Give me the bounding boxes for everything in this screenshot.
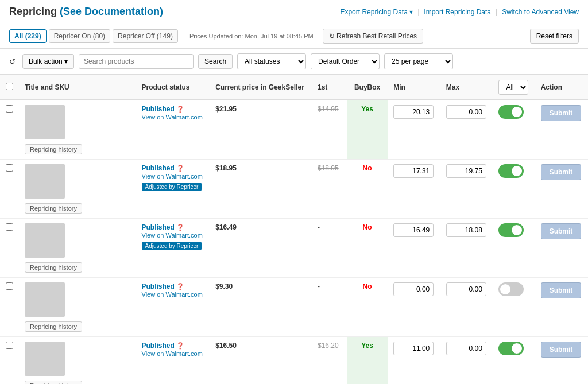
- help-icon[interactable]: ❓: [175, 106, 184, 113]
- row-action-cell: Submit: [535, 278, 588, 337]
- advanced-view-link[interactable]: Switch to Advanced View: [502, 8, 579, 16]
- current-price-value: $16.50: [215, 342, 237, 350]
- view-on-walmart-link[interactable]: View on Walmart.com: [142, 291, 203, 298]
- help-icon[interactable]: ❓: [175, 165, 184, 172]
- status-published-label: Published: [142, 282, 175, 290]
- min-price-input[interactable]: [393, 282, 434, 296]
- row-buybox-cell: No: [347, 219, 388, 278]
- row-first-price-cell: $16.20: [312, 337, 347, 385]
- doc-link[interactable]: (See Documentation): [60, 6, 163, 17]
- search-input[interactable]: [79, 54, 194, 69]
- repricing-history-button[interactable]: Repricing history: [25, 144, 82, 154]
- max-price-input[interactable]: [446, 105, 486, 119]
- first-price-value: $14.95: [318, 105, 339, 113]
- row-title-cell: Repricing history: [19, 337, 136, 385]
- status-published-label: Published: [142, 105, 175, 113]
- row-max-cell: [440, 219, 493, 278]
- status-published-label: Published: [142, 164, 175, 172]
- row-toggle-cell: [493, 100, 535, 160]
- current-price-value: $21.95: [215, 105, 237, 113]
- repricing-history-button[interactable]: Repricing history: [25, 381, 82, 384]
- search-button[interactable]: Search: [198, 54, 233, 69]
- export-link[interactable]: Export Repricing Data ▾: [340, 8, 413, 16]
- table-row: Repricing historyPublished ❓View on Walm…: [0, 219, 588, 278]
- table-row: Repricing historyPublished ❓View on Walm…: [0, 337, 588, 385]
- repricer-toggle[interactable]: [498, 223, 524, 237]
- max-price-input[interactable]: [446, 282, 486, 296]
- import-link[interactable]: Import Repricing Data: [424, 8, 491, 16]
- product-image: [25, 105, 65, 139]
- product-image: [25, 223, 65, 258]
- row-current-price-cell: $9.30: [210, 278, 312, 337]
- row-checkbox[interactable]: [6, 105, 13, 113]
- min-price-input[interactable]: [393, 342, 434, 355]
- row-checkbox-cell: [0, 160, 19, 219]
- repricing-history-button[interactable]: Repricing history: [25, 321, 82, 332]
- refresh-button[interactable]: ↻ Refresh Best Retail Prices: [323, 29, 423, 44]
- row-title-cell: Repricing history: [19, 219, 136, 278]
- row-checkbox[interactable]: [6, 164, 13, 172]
- repricer-toggle[interactable]: [498, 164, 524, 178]
- row-checkbox[interactable]: [6, 282, 13, 290]
- row-current-price-cell: $18.95: [210, 160, 312, 219]
- min-price-input[interactable]: [393, 105, 434, 119]
- row-status-cell: Published ❓View on Walmart.com: [136, 337, 210, 385]
- help-icon[interactable]: ❓: [175, 224, 184, 231]
- order-filter-select[interactable]: Default Order: [311, 53, 380, 69]
- min-price-input[interactable]: [393, 164, 434, 178]
- table-header-row: Title and SKU Product status Current pri…: [0, 75, 588, 100]
- row-current-price-cell: $16.49: [210, 219, 312, 278]
- view-on-walmart-link[interactable]: View on Walmart.com: [142, 114, 203, 121]
- view-on-walmart-link[interactable]: View on Walmart.com: [142, 173, 203, 180]
- tab-repricer-on[interactable]: Repricer On (80): [49, 29, 110, 43]
- submit-button[interactable]: Submit: [541, 223, 582, 239]
- max-price-input[interactable]: [446, 342, 486, 355]
- row-title-cell: Repricing history: [19, 100, 136, 160]
- max-price-input[interactable]: [446, 223, 486, 237]
- current-price-value: $9.30: [215, 282, 233, 290]
- tab-repricer-off[interactable]: Repricer Off (149): [113, 29, 178, 43]
- submit-button[interactable]: Submit: [541, 105, 582, 121]
- row-checkbox[interactable]: [6, 223, 13, 231]
- row-title-cell: Repricing history: [19, 278, 136, 337]
- row-toggle-cell: [493, 278, 535, 337]
- row-first-price-cell: $18.95: [312, 160, 347, 219]
- header-all-select: All: [493, 75, 535, 100]
- row-action-cell: Submit: [535, 160, 588, 219]
- row-action-cell: Submit: [535, 100, 588, 160]
- row-status-cell: Published ❓View on Walmart.comAdjusted b…: [136, 219, 210, 278]
- repricing-history-button[interactable]: Repricing history: [25, 262, 82, 273]
- tab-all[interactable]: All (229): [9, 29, 47, 43]
- header-first: 1st: [312, 75, 347, 100]
- help-icon[interactable]: ❓: [175, 342, 184, 349]
- submit-button[interactable]: Submit: [541, 282, 582, 298]
- top-header: Repricing (See Documentation) Export Rep…: [0, 0, 588, 24]
- min-price-input[interactable]: [393, 223, 434, 237]
- adjusted-by-repricer-badge: Adjusted by Repricer: [142, 183, 202, 191]
- buybox-value: No: [363, 282, 372, 290]
- reset-filters-button[interactable]: Reset filters: [530, 29, 579, 44]
- repricer-toggle[interactable]: [498, 342, 524, 355]
- toolbar: All (229) Repricer On (80) Repricer Off …: [0, 24, 588, 49]
- status-filter-select[interactable]: All statuses: [237, 53, 306, 69]
- row-max-cell: [440, 160, 493, 219]
- row-title-cell: Repricing history: [19, 160, 136, 219]
- help-icon[interactable]: ❓: [175, 283, 184, 290]
- view-on-walmart-link[interactable]: View on Walmart.com: [142, 350, 203, 357]
- all-toggle-select[interactable]: All: [498, 80, 528, 95]
- per-page-select[interactable]: 25 per page: [384, 53, 453, 69]
- row-max-cell: [440, 100, 493, 160]
- row-current-price-cell: $16.50: [210, 337, 312, 385]
- repricing-history-button[interactable]: Repricing history: [25, 203, 82, 214]
- buybox-value: Yes: [361, 105, 373, 113]
- row-checkbox[interactable]: [6, 342, 13, 349]
- repricer-toggle[interactable]: [498, 105, 524, 119]
- select-all-checkbox[interactable]: [6, 83, 13, 90]
- bulk-action-button[interactable]: Bulk action ▾: [22, 54, 74, 69]
- view-on-walmart-link[interactable]: View on Walmart.com: [142, 232, 203, 239]
- header-title-sku: Title and SKU: [19, 75, 136, 100]
- repricer-toggle[interactable]: [498, 282, 524, 296]
- submit-button[interactable]: Submit: [541, 342, 582, 358]
- submit-button[interactable]: Submit: [541, 164, 582, 180]
- max-price-input[interactable]: [446, 164, 486, 178]
